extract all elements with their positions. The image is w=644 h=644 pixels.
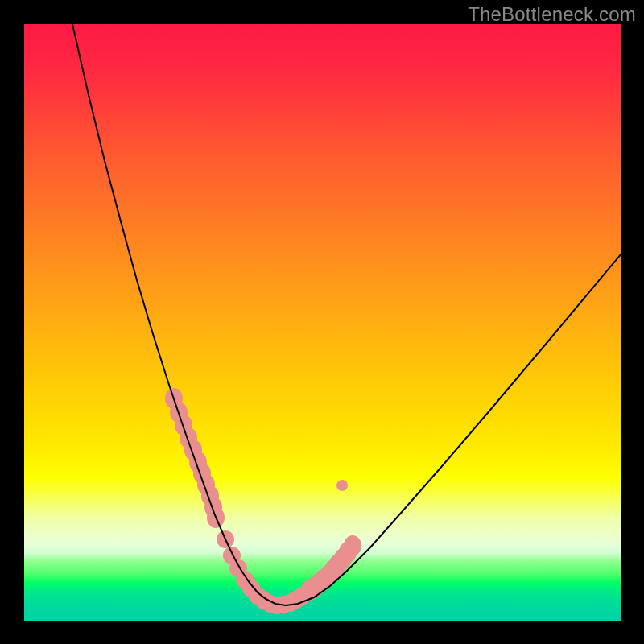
curve-layer <box>24 24 621 621</box>
bottleneck-curve <box>72 24 621 605</box>
attribution-text: TheBottleneck.com <box>468 3 636 26</box>
marker-dot <box>336 480 348 491</box>
plot-area <box>24 24 621 621</box>
marker-blobs <box>165 388 361 614</box>
figure-root: TheBottleneck.com <box>0 0 644 644</box>
marker-dot <box>344 535 361 556</box>
